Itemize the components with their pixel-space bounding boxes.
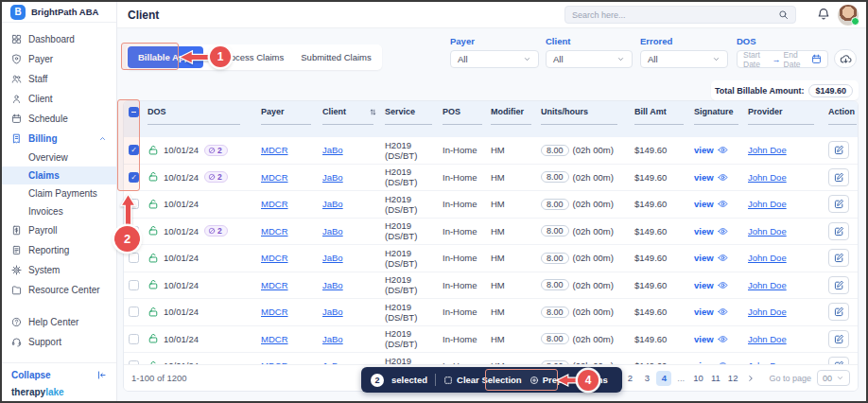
payer-link[interactable]: MDCR — [261, 145, 288, 155]
payer-filter-select[interactable]: All — [450, 50, 539, 68]
client-link[interactable]: JaBo — [322, 172, 343, 183]
payer-link[interactable]: MDCR — [261, 226, 288, 237]
row-checkbox[interactable] — [129, 226, 139, 237]
row-checkbox[interactable]: ✓ — [129, 145, 139, 155]
row-checkbox[interactable] — [129, 334, 139, 344]
column-filter-underline[interactable] — [491, 124, 531, 125]
payer-link[interactable]: MDCR — [261, 334, 288, 344]
row-checkbox[interactable] — [129, 199, 139, 209]
tab-in-process-claims[interactable]: In Process Claims — [203, 46, 293, 68]
signature-view-link[interactable]: view — [694, 145, 728, 155]
edit-action-button[interactable] — [828, 195, 849, 213]
client-link[interactable]: JaBo — [322, 199, 343, 209]
payer-link[interactable]: MDCR — [261, 199, 288, 209]
signature-view-link[interactable]: view — [694, 280, 728, 290]
edit-action-button[interactable] — [828, 249, 849, 267]
sidebar-item-help-center[interactable]: Help Center — [2, 312, 116, 332]
page-button[interactable]: 12 — [725, 371, 741, 386]
edit-action-button[interactable] — [828, 168, 849, 186]
payer-link[interactable]: MDCR — [261, 280, 288, 290]
provider-link[interactable]: John Doe — [748, 307, 787, 317]
client-link[interactable]: JaBo — [322, 280, 343, 290]
sidebar-item-support[interactable]: Support — [2, 332, 116, 352]
sidebar-item-client[interactable]: Client — [2, 89, 116, 109]
page-button[interactable]: 2 — [622, 371, 637, 386]
client-link[interactable]: JaBo — [322, 145, 343, 155]
column-filter-underline[interactable] — [748, 124, 814, 125]
provider-link[interactable]: John Doe — [748, 199, 787, 209]
signature-view-link[interactable]: view — [694, 199, 728, 209]
sidebar-item-reporting[interactable]: Reporting — [2, 240, 116, 260]
client-filter-select[interactable]: All — [546, 50, 633, 68]
sidebar-item-billing[interactable]: Billing — [2, 129, 116, 149]
provider-link[interactable]: John Doe — [748, 226, 787, 237]
payer-link[interactable]: MDCR — [261, 307, 288, 317]
edit-action-button[interactable] — [828, 141, 849, 159]
page-button[interactable]: 10 — [690, 371, 706, 386]
column-filter-underline[interactable] — [322, 124, 373, 125]
goto-page-select[interactable]: 00 — [817, 370, 850, 386]
row-checkbox[interactable]: ✓ — [129, 172, 139, 183]
tab-submitted-claims[interactable]: Submitted Claims — [292, 46, 379, 68]
sidebar-item-overview[interactable]: Overview — [2, 149, 116, 166]
notification-bell-icon[interactable] — [817, 8, 830, 21]
prepare-claims-button[interactable]: Prepare Claims — [529, 375, 608, 385]
row-checkbox[interactable] — [129, 280, 139, 290]
column-filter-underline[interactable] — [261, 124, 311, 125]
edit-action-button[interactable] — [828, 330, 849, 348]
next-page-button[interactable] — [742, 374, 759, 383]
column-filter-underline[interactable] — [443, 124, 482, 125]
sidebar-item-payroll[interactable]: Payroll — [2, 220, 116, 240]
payer-link[interactable]: MDCR — [261, 253, 288, 263]
signature-view-link[interactable]: view — [694, 172, 728, 183]
user-avatar[interactable] — [838, 5, 859, 26]
row-checkbox[interactable] — [129, 253, 139, 263]
search-input[interactable] — [572, 10, 778, 20]
provider-link[interactable]: John Doe — [748, 334, 787, 344]
errored-filter-select[interactable]: All — [640, 50, 728, 68]
signature-view-link[interactable]: view — [694, 334, 728, 344]
provider-link[interactable]: John Doe — [748, 253, 787, 263]
page-button[interactable]: 11 — [708, 371, 723, 386]
client-link[interactable]: JaBo — [322, 307, 343, 317]
sidebar-item-system[interactable]: System — [2, 260, 116, 280]
client-link[interactable]: JaBo — [322, 334, 343, 344]
signature-view-link[interactable]: view — [694, 307, 728, 317]
sidebar-item-dashboard[interactable]: Dashboard — [2, 29, 116, 49]
sort-icon[interactable] — [369, 108, 377, 116]
sidebar-item-staff[interactable]: Staff — [2, 69, 116, 89]
sidebar-item-invoices[interactable]: Invoices — [2, 202, 116, 220]
select-all-checkbox[interactable] — [129, 107, 139, 117]
client-link[interactable]: JaBo — [322, 226, 343, 237]
row-checkbox[interactable] — [129, 307, 139, 317]
search-icon[interactable] — [778, 9, 789, 20]
clear-selection-button[interactable]: Clear Selection — [443, 375, 522, 385]
dos-date-range[interactable]: Start Date → End Date — [737, 50, 828, 68]
column-filter-underline[interactable] — [634, 124, 684, 125]
column-filter-underline[interactable] — [694, 124, 738, 125]
signature-view-link[interactable]: view — [694, 253, 728, 263]
page-button[interactable]: 3 — [639, 371, 654, 386]
payer-link[interactable]: MDCR — [261, 172, 288, 183]
signature-view-link[interactable]: view — [694, 226, 728, 237]
sidebar-item-claim-payments[interactable]: Claim Payments — [2, 184, 116, 202]
export-download-button[interactable] — [834, 49, 857, 68]
provider-link[interactable]: John Doe — [748, 280, 787, 290]
edit-action-button[interactable] — [828, 303, 849, 321]
provider-link[interactable]: John Doe — [748, 145, 787, 155]
page-button[interactable]: 4 — [656, 371, 671, 386]
provider-link[interactable]: John Doe — [748, 172, 787, 183]
collapse-button[interactable]: Collapse — [2, 362, 116, 386]
sidebar-item-payer[interactable]: Payer — [2, 49, 116, 69]
client-link[interactable]: JaBo — [322, 253, 343, 263]
column-filter-underline[interactable] — [148, 124, 240, 125]
edit-action-button[interactable] — [828, 276, 849, 294]
column-filter-underline[interactable] — [385, 124, 432, 125]
tab-billable-appt[interactable]: Billable Appt — [128, 46, 203, 68]
sidebar-item-schedule[interactable]: Schedule — [2, 109, 116, 129]
sidebar-item-resource-center[interactable]: Resource Center — [2, 280, 116, 300]
sidebar-item-claims[interactable]: Claims — [2, 166, 116, 184]
edit-action-button[interactable] — [828, 222, 849, 240]
column-filter-underline[interactable] — [541, 124, 617, 125]
column-filter-underline[interactable] — [828, 124, 857, 125]
